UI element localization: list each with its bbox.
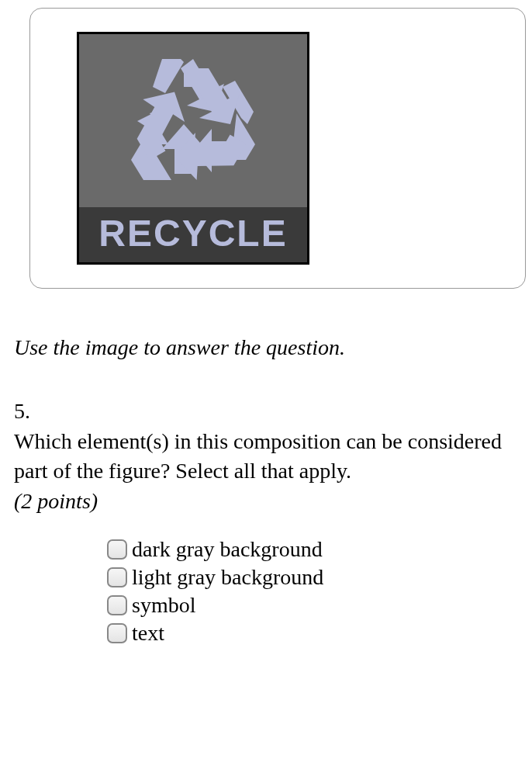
recycle-label: RECYCLE — [79, 207, 307, 262]
question-text: Which element(s) in this composition can… — [14, 427, 518, 486]
recycle-icon — [116, 43, 271, 199]
recycle-sign: RECYCLE — [77, 32, 309, 265]
options-list: dark gray background light gray backgrou… — [14, 537, 518, 646]
question-number: 5. — [14, 399, 518, 424]
option-label: dark gray background — [132, 537, 323, 562]
recycle-symbol-area — [79, 34, 307, 207]
instruction-text: Use the image to answer the question. — [14, 335, 518, 360]
option-row: dark gray background — [107, 537, 518, 562]
question-points: (2 points) — [14, 489, 518, 514]
image-card: RECYCLE — [29, 8, 526, 289]
checkbox-light-gray-background[interactable] — [107, 567, 127, 587]
option-row: text — [107, 621, 518, 646]
option-label: symbol — [132, 593, 195, 618]
checkbox-text[interactable] — [107, 623, 127, 643]
checkbox-symbol[interactable] — [107, 595, 127, 615]
checkbox-dark-gray-background[interactable] — [107, 539, 127, 560]
option-label: light gray background — [132, 565, 323, 590]
option-row: light gray background — [107, 565, 518, 590]
option-label: text — [132, 621, 164, 646]
option-row: symbol — [107, 593, 518, 618]
